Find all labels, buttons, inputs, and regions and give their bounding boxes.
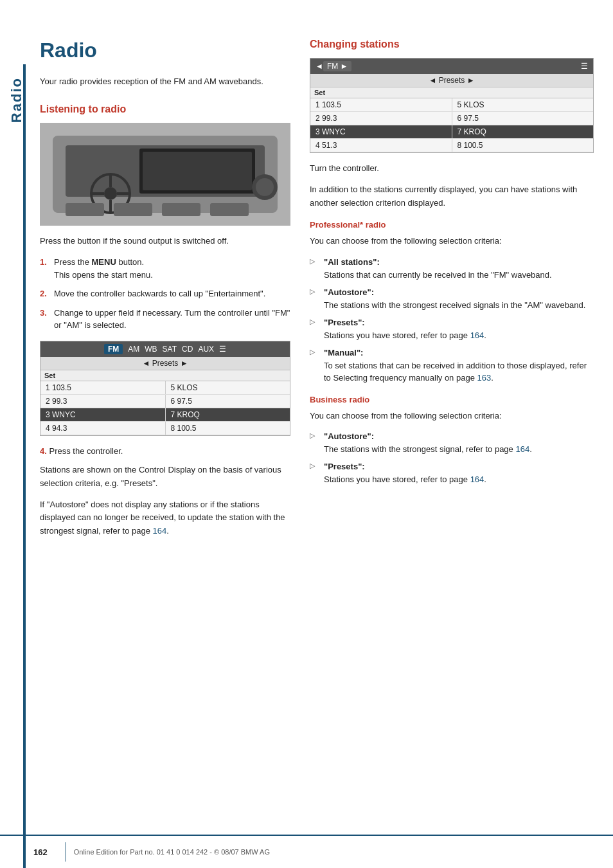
bullet-arrow-1: ▷: [310, 256, 319, 281]
cs-header: ◄ FM ► ☰: [310, 59, 593, 74]
cs-4-left: 4 51.3: [310, 139, 452, 152]
station-1-right: 5 KLOS: [166, 381, 290, 394]
biz-bullet-1-title: "Autostore":: [324, 431, 374, 441]
left-set-row: Set: [40, 370, 290, 381]
svg-rect-12: [114, 203, 152, 216]
cs-row-1: 1 103.5 5 KLOS: [310, 98, 593, 112]
business-intro: You can choose from the following select…: [310, 410, 594, 423]
prof-bullet-2-title: "Autostore":: [324, 287, 374, 297]
step-3: 3. Change to upper field if necessary. T…: [40, 307, 290, 332]
cs-2-right: 6 97.5: [452, 112, 594, 125]
biz-bullet-2-content: "Presets": Stations you have stored, ref…: [324, 460, 486, 485]
svg-rect-11: [66, 203, 104, 216]
wb-tab[interactable]: WB: [145, 345, 157, 354]
biz-bullet-arrow-1: ▷: [310, 430, 319, 455]
biz-link-2[interactable]: 164: [470, 475, 484, 484]
prof-bullet-2-content: "Autostore": The stations with the stron…: [324, 286, 585, 311]
cs-row-4: 4 51.3 8 100.5: [310, 139, 593, 152]
station-row-4: 4 94.3 8 100.5: [40, 422, 290, 435]
biz-link-1[interactable]: 164: [515, 444, 529, 454]
body2-after: .: [166, 526, 169, 536]
svg-rect-13: [162, 203, 200, 216]
fm-tab[interactable]: FM: [104, 344, 123, 354]
prof-bullet-1-title: "All stations":: [324, 257, 380, 267]
svg-point-16: [256, 178, 274, 196]
biz-bullet-1: ▷ "Autostore": The stations with the str…: [310, 430, 594, 455]
bullet-arrow-3: ▷: [310, 316, 319, 341]
page-wrapper: Radio Radio Your radio provides receptio…: [0, 0, 613, 868]
page-title: Radio: [40, 39, 290, 62]
prof-link-1[interactable]: 164: [470, 330, 484, 340]
cs-arrow-left: ◄: [315, 62, 323, 71]
bullet-arrow-2: ▷: [310, 286, 319, 311]
menu-icon[interactable]: ☰: [219, 345, 226, 354]
footer-text: Online Edition for Part no. 01 41 0 014 …: [74, 848, 270, 856]
cs-presets: ◄ Presets ►: [310, 74, 593, 87]
intro-text: Your radio provides reception of the FM …: [40, 75, 290, 88]
cd-tab[interactable]: CD: [182, 345, 193, 354]
left-set-label: Set: [44, 372, 55, 379]
station-row-3: 3 WNYC 7 KROQ: [40, 408, 290, 422]
station-2-right: 6 97.5: [166, 395, 290, 408]
svg-point-4: [104, 187, 117, 200]
station-row-1: 1 103.5 5 KLOS: [40, 381, 290, 395]
business-bullets: ▷ "Autostore": The stations with the str…: [310, 430, 594, 485]
station-3-left: 3 WNYC: [40, 408, 166, 421]
prof-bullet-4-content: "Manual": To set stations that can be re…: [324, 347, 594, 384]
steps-list: 1. Press the MENU button. This opens the…: [40, 256, 290, 332]
cs-3-left: 3 WNYC: [310, 125, 452, 138]
station-1-left: 1 103.5: [40, 381, 166, 394]
cs-1-right: 5 KLOS: [452, 98, 594, 111]
footer: 162 Online Edition for Part no. 01 41 0 …: [0, 835, 613, 868]
body-text-2: If "Autostore" does not display any stat…: [40, 498, 290, 538]
additional-text: In addition to the stations currently di…: [310, 183, 594, 210]
sidebar-label-container: Radio: [8, 77, 25, 123]
step-2-content: Move the controller backwards to call up…: [54, 287, 265, 300]
sidebar-label: Radio: [8, 77, 25, 123]
professional-intro: You can choose from the following select…: [310, 235, 594, 248]
bullet-arrow-4: ▷: [310, 347, 319, 384]
sat-tab[interactable]: SAT: [163, 345, 177, 354]
left-radio-display: FM AM WB SAT CD AUX ☰ ◄ Presets ► Set 1 …: [40, 341, 290, 436]
prof-bullet-2: ▷ "Autostore": The stations with the str…: [310, 286, 594, 311]
step-3-content: Change to upper field if necessary. Turn…: [54, 307, 290, 332]
page-number: 162: [33, 847, 48, 857]
body-text-1: Stations are shown on the Control Displa…: [40, 464, 290, 491]
cs-row-2: 2 99.3 6 97.5: [310, 112, 593, 125]
professional-bullets: ▷ "All stations": Stations that can curr…: [310, 256, 594, 384]
business-radio-heading: Business radio: [310, 395, 594, 404]
cs-2-left: 2 99.3: [310, 112, 452, 125]
am-tab[interactable]: AM: [128, 345, 139, 354]
left-presets-row: ◄ Presets ►: [40, 357, 290, 370]
prof-bullet-3: ▷ "Presets": Stations you have stored, r…: [310, 316, 594, 341]
prof-bullet-1-content: "All stations": Stations that can curren…: [324, 256, 552, 281]
biz-bullet-1-content: "Autostore": The stations with the stron…: [324, 430, 532, 455]
professional-radio-heading: Professional* radio: [310, 220, 594, 230]
cs-menu-icon: ☰: [581, 62, 588, 71]
cs-1-left: 1 103.5: [310, 98, 452, 111]
station-4-right: 8 100.5: [166, 422, 290, 435]
prof-bullet-4: ▷ "Manual": To set stations that can be …: [310, 347, 594, 384]
changing-stations-display: ◄ FM ► ☰ ◄ Presets ► Set 1 103.5 5 KLOS …: [310, 58, 594, 153]
aux-tab[interactable]: AUX: [198, 345, 214, 354]
station-2-left: 2 99.3: [40, 395, 166, 408]
cs-row-3: 3 WNYC 7 KROQ: [310, 125, 593, 139]
station-4-left: 4 94.3: [40, 422, 166, 435]
radio-header: FM AM WB SAT CD AUX ☰: [40, 341, 290, 357]
cs-4-right: 8 100.5: [452, 139, 594, 152]
footer-divider: [66, 842, 66, 862]
step-1-bold: MENU: [92, 257, 116, 267]
step-1: 1. Press the MENU button. This opens the…: [40, 256, 290, 281]
prof-bullet-3-title: "Presets":: [324, 318, 365, 327]
left-stations: 1 103.5 5 KLOS 2 99.3 6 97.5 3 WNYC 7 KR…: [40, 381, 290, 435]
prof-bullet-3-content: "Presets": Stations you have stored, ref…: [324, 316, 486, 341]
car-image: [40, 123, 290, 226]
prof-link-2[interactable]: 163: [477, 373, 492, 383]
step-2: 2. Move the controller backwards to call…: [40, 287, 290, 300]
step4-label: Press the controller.: [49, 446, 123, 456]
body2-link[interactable]: 164: [153, 526, 167, 536]
prof-bullet-4-title: "Manual":: [324, 348, 363, 357]
left-column: Radio Your radio provides reception of t…: [40, 39, 290, 842]
right-column: Changing stations ◄ FM ► ☰ ◄ Presets ► S…: [310, 39, 594, 842]
svg-rect-14: [210, 203, 249, 216]
